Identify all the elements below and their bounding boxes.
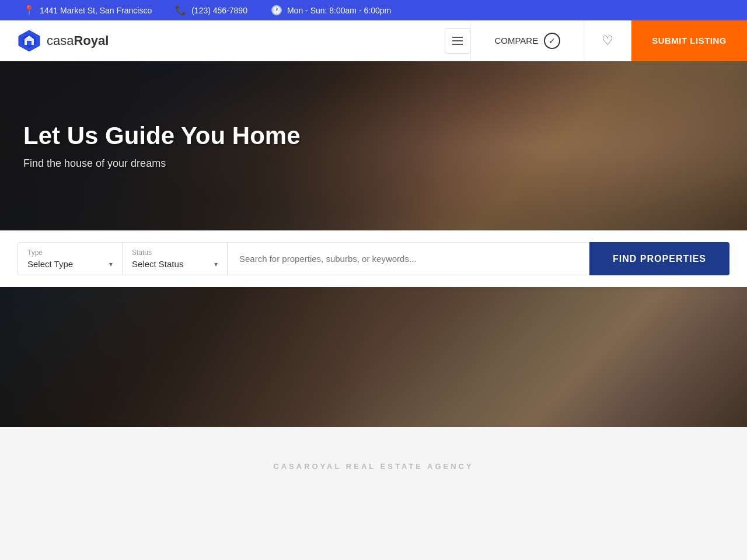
topbar-address: 📍 1441 Market St, San Francisco <box>23 5 152 16</box>
submit-label: SUBMIT LISTING <box>652 36 727 46</box>
find-properties-button[interactable]: FIND PROPERTIES <box>589 242 729 275</box>
topbar-hours: 🕐 Mon - Sun: 8:00am - 6:00pm <box>271 5 391 16</box>
location-icon: 📍 <box>23 5 35 16</box>
clock-icon: 🕐 <box>271 5 282 16</box>
logo-bold: Royal <box>74 33 109 48</box>
hero-title: Let Us Guide You Home <box>23 121 301 150</box>
menu-button[interactable] <box>445 28 470 54</box>
svg-rect-2 <box>27 41 32 45</box>
address-text: 1441 Market St, San Francisco <box>40 6 152 15</box>
submit-listing-button[interactable]: SUBMIT LISTING <box>631 20 747 61</box>
search-input[interactable] <box>239 254 577 264</box>
header-nav: COMPARE ✓ ♡ SUBMIT LISTING <box>470 20 747 61</box>
logo-text[interactable]: casaRoyal <box>47 33 109 48</box>
search-input-wrapper <box>228 242 589 275</box>
status-select-group[interactable]: Status Select Status ▾ Select Status For… <box>123 242 228 275</box>
hero-content: Let Us Guide You Home Find the house of … <box>23 121 301 170</box>
logo-icon <box>18 29 41 52</box>
find-button-label: FIND PROPERTIES <box>613 254 706 264</box>
hero-lower-overlay <box>0 287 747 427</box>
phone-text: (123) 456-7890 <box>191 6 247 15</box>
hero-subtitle: Find the house of your dreams <box>23 158 301 170</box>
topbar: 📍 1441 Market St, San Francisco 📞 (123) … <box>0 0 747 20</box>
footer-area: CASAROYAL REAL ESTATE AGENCY <box>0 427 747 506</box>
hamburger-icon <box>452 37 463 45</box>
hero-section: Let Us Guide You Home Find the house of … <box>0 61 747 230</box>
compare-button[interactable]: COMPARE ✓ <box>470 20 584 61</box>
hours-text: Mon - Sun: 8:00am - 6:00pm <box>287 6 391 15</box>
footer-brand: CASAROYAL REAL ESTATE AGENCY <box>23 462 724 471</box>
compare-check-icon: ✓ <box>544 33 560 49</box>
favorites-button[interactable]: ♡ <box>584 20 631 61</box>
search-bar: Type Select Type ▾ Select Type House Apa… <box>0 230 747 287</box>
header: casaRoyal COMPARE ✓ ♡ SUBMIT LISTING <box>0 20 747 61</box>
hero-lower-section <box>0 287 747 427</box>
logo-area: casaRoyal <box>18 29 433 52</box>
heart-icon: ♡ <box>602 33 613 48</box>
topbar-phone: 📞 (123) 456-7890 <box>175 5 247 16</box>
compare-label: COMPARE <box>494 36 538 46</box>
type-select-group[interactable]: Type Select Type ▾ Select Type House Apa… <box>18 242 123 275</box>
phone-icon: 📞 <box>175 5 187 16</box>
logo-light: casa <box>47 33 74 48</box>
